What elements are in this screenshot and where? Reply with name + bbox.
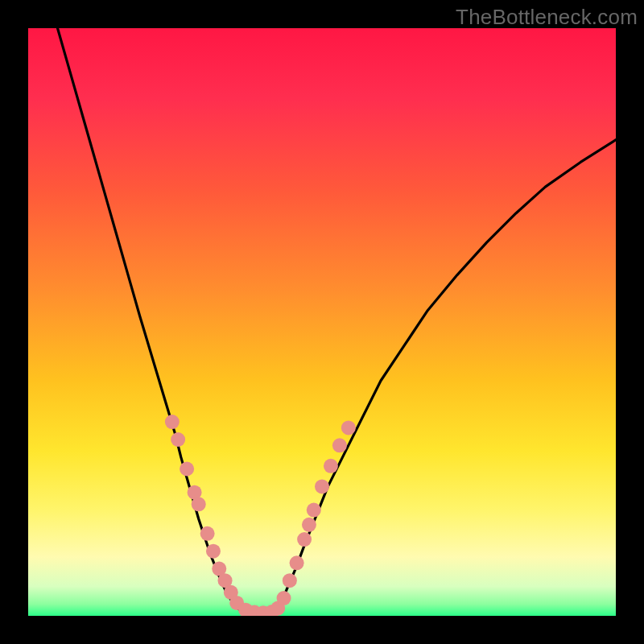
dot [200, 526, 215, 541]
dot [290, 555, 304, 570]
dot [165, 415, 180, 429]
dot [206, 544, 221, 559]
dot [302, 518, 316, 532]
dot [171, 432, 185, 447]
plot-area [28, 28, 616, 616]
dot [341, 420, 356, 435]
chart-frame: TheBottleneck.com [0, 0, 644, 644]
v-curve [58, 28, 617, 614]
dot [297, 532, 312, 547]
dot [277, 591, 291, 605]
dot [315, 479, 329, 493]
dot [283, 573, 297, 588]
chart-curves [28, 28, 616, 616]
dot [324, 459, 338, 473]
dot [307, 503, 321, 518]
dot [180, 462, 194, 477]
highlight-dots [165, 415, 356, 616]
watermark-text: TheBottleneck.com [456, 5, 638, 30]
dot [192, 497, 206, 511]
dot [332, 438, 347, 452]
